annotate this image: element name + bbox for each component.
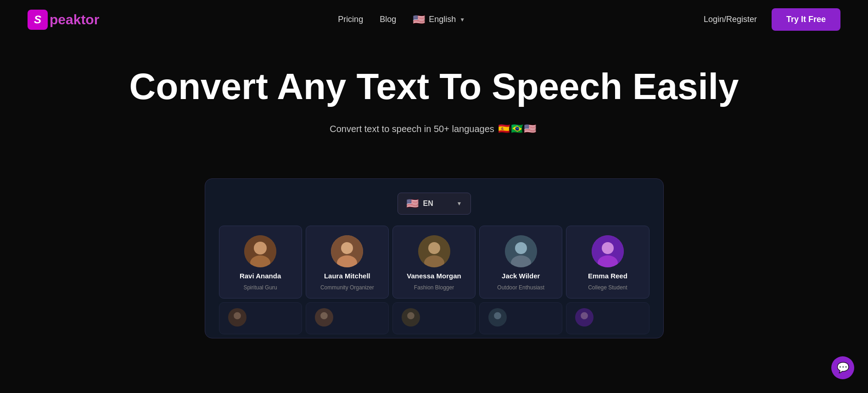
svg-point-20: [407, 312, 414, 320]
voices-row-1: Ravi Ananda Spiritual Guru Laura Mitchel…: [219, 226, 650, 299]
voice-role-ravi: Spiritual Guru: [243, 284, 277, 291]
nav-right: Login/Register Try It Free: [704, 8, 840, 31]
voice-card-row2-2[interactable]: [306, 302, 389, 334]
chat-icon: 💬: [837, 362, 849, 374]
voice-role-vanessa: Fashion Blogger: [414, 284, 454, 291]
chevron-down-icon: ▼: [459, 17, 465, 23]
voice-name-vanessa: Vanessa Morgan: [407, 272, 461, 280]
voice-role-emma: College Student: [588, 284, 627, 291]
voice-card-jack[interactable]: Jack Wilder Outdoor Enthusiast: [479, 226, 562, 299]
voice-card-row2-4[interactable]: [479, 302, 562, 334]
svg-point-24: [581, 312, 588, 320]
svg-point-1: [254, 242, 267, 255]
voice-card-row2-5[interactable]: [566, 302, 649, 334]
svg-point-16: [234, 312, 241, 320]
svg-point-10: [515, 242, 527, 254]
try-it-free-button[interactable]: Try It Free: [772, 8, 840, 31]
avatar-jack: [505, 235, 537, 267]
language-label: English: [429, 15, 456, 24]
logo-text: peaktor: [50, 12, 99, 28]
logo[interactable]: S peaktor: [28, 10, 99, 30]
app-chevron-down-icon: ▼: [457, 200, 462, 207]
voice-card-emma[interactable]: Emma Reed College Student: [566, 226, 649, 299]
voice-role-jack: Outdoor Enthusiast: [497, 284, 544, 291]
hero-subtitle-text: Convert text to speech in 50+ languages: [330, 124, 494, 134]
voice-card-laura[interactable]: Laura Mitchell Community Organizer: [306, 226, 389, 299]
svg-point-18: [320, 312, 328, 320]
app-language-code: EN: [423, 199, 433, 208]
avatar-laura: [331, 235, 363, 267]
app-panel: 🇺🇸 EN ▼ Ravi Ananda Spiritual Guru: [205, 178, 664, 338]
chat-button[interactable]: 💬: [831, 356, 854, 379]
voice-card-ravi[interactable]: Ravi Ananda Spiritual Guru: [219, 226, 302, 299]
svg-point-7: [428, 242, 440, 254]
avatar-ravi: [244, 235, 276, 267]
waveform-left: [18, 160, 147, 353]
hero-section: Convert Any Text To Speech Easily Conver…: [0, 39, 868, 353]
svg-point-4: [341, 242, 353, 254]
nav-pricing[interactable]: Pricing: [338, 15, 363, 24]
voice-card-row2-1[interactable]: [219, 302, 302, 334]
voice-name-laura: Laura Mitchell: [324, 272, 370, 280]
language-flags: 🇪🇸 🇧🇷 🇺🇸: [500, 121, 538, 137]
voice-card-row2-3[interactable]: [392, 302, 476, 334]
hero-subtitle: Convert text to speech in 50+ languages …: [18, 121, 850, 137]
app-language-flag-icon: 🇺🇸: [406, 198, 419, 210]
nav-links: Pricing Blog 🇺🇸 English ▼: [338, 14, 465, 26]
voice-name-jack: Jack Wilder: [502, 272, 540, 280]
svg-point-22: [494, 312, 501, 320]
language-flag-icon: 🇺🇸: [413, 14, 425, 26]
voice-name-ravi: Ravi Ananda: [240, 272, 281, 280]
svg-point-13: [602, 242, 614, 254]
waveform-right: [721, 160, 850, 353]
voices-row-2: [219, 302, 650, 334]
voice-card-vanessa[interactable]: Vanessa Morgan Fashion Blogger: [392, 226, 476, 299]
avatar-emma: [592, 235, 624, 267]
logo-icon: S: [28, 10, 48, 30]
nav-blog[interactable]: Blog: [380, 15, 396, 24]
avatar-vanessa: [418, 235, 450, 267]
voice-name-emma: Emma Reed: [588, 272, 627, 280]
hero-title: Convert Any Text To Speech Easily: [113, 66, 756, 107]
flag-us: 🇺🇸: [522, 121, 538, 137]
navbar: S peaktor Pricing Blog 🇺🇸 English ▼ Logi…: [0, 0, 868, 39]
app-language-dropdown[interactable]: 🇺🇸 EN ▼: [398, 193, 471, 215]
waveform-area: 🇺🇸 EN ▼ Ravi Ananda Spiritual Guru: [18, 160, 850, 353]
login-register-link[interactable]: Login/Register: [704, 15, 757, 24]
voice-role-laura: Community Organizer: [320, 284, 374, 291]
language-selector[interactable]: 🇺🇸 English ▼: [413, 14, 465, 26]
